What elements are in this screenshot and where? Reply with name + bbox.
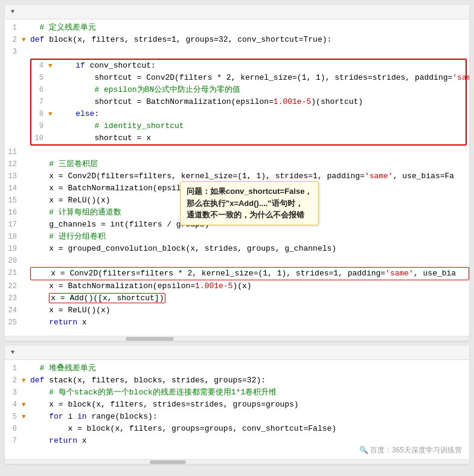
arrow-8: ▼ <box>48 108 57 120</box>
line-num-20: 20 <box>5 255 22 267</box>
code-text-4: if conv_shortcut: <box>57 60 466 72</box>
code-line-11: 11 <box>5 146 469 158</box>
code-text-25: return x <box>30 317 469 329</box>
line-num-15: 15 <box>5 195 22 207</box>
code-content-2: 1 # 堆叠残差单元 2 ▼ def stack(x, filters, blo… <box>5 360 469 459</box>
code-text-p2-4: x = block(x, filters, strides=strides, g… <box>30 399 469 411</box>
code-panel-1: ▼ 1 # 定义残差单元 2 ▼ def block(x, filters, s… <box>5 5 469 341</box>
collapse-arrow-1[interactable]: ▼ <box>11 8 14 15</box>
code-line-5: 5 shortcut = Conv2D(filters * 2, kernel_… <box>31 72 466 84</box>
code-text-13: x = Conv2D(filters=filters, kernel_size=… <box>30 170 469 182</box>
code-text-10: shortcut = x <box>57 132 466 144</box>
code-text-p2-5: for i in range(blocks): <box>30 411 469 423</box>
line-num-6: 6 <box>31 84 48 96</box>
arrow-p2-4: ▼ <box>22 399 30 411</box>
code-line-10: 10 shortcut = x <box>31 132 466 144</box>
line-num-p2-4: 4 <box>5 399 22 411</box>
code-line-p2-3: 3 # 每个stack的第一个block的残差连接都需要使用1*1卷积升维 <box>5 387 469 399</box>
line-num-p2-3: 3 <box>5 387 22 399</box>
line-num-10: 10 <box>31 132 48 144</box>
code-line-p2-1: 1 # 堆叠残差单元 <box>5 362 469 375</box>
scrollbar-1[interactable] <box>5 336 469 341</box>
code-line-8: 8 ▼ else: <box>31 108 466 120</box>
panel-header-1: ▼ <box>5 5 469 19</box>
code-line-p2-2: 2 ▼ def stack(x, filters, blocks, stride… <box>5 375 469 387</box>
code-line-24: 24 x = ReLU()(x) <box>5 304 469 317</box>
code-line-20: 20 <box>5 255 469 267</box>
line-num-11: 11 <box>5 146 22 158</box>
code-line-12: 12 # 三层卷积层 <box>5 158 469 170</box>
code-line-19: 19 x = grouped_convolution_block(x, stri… <box>5 243 469 255</box>
scrollbar-thumb-2[interactable] <box>150 460 186 464</box>
code-text-1: # 定义残差单元 <box>30 22 469 34</box>
line-num-19: 19 <box>5 243 22 255</box>
code-line-21: 21 x = Conv2D(filters=filters * 2, kerne… <box>5 267 469 280</box>
code-text-21: x = Conv2D(filters=filters * 2, kernel_s… <box>30 267 469 280</box>
line-num-p2-7: 7 <box>5 435 22 447</box>
line-num-4: 4 <box>31 60 48 72</box>
code-line-9: 9 # identity_shortcut <box>31 120 466 132</box>
line-num-18: 18 <box>5 231 22 243</box>
line-num-7: 7 <box>31 96 48 108</box>
code-line-2: 2 ▼ def block(x, filters, strides=1, gro… <box>5 34 469 46</box>
code-text-2: def block(x, filters, strides=1, groups=… <box>30 34 469 46</box>
line-num-13: 13 <box>5 170 22 182</box>
line-num-p2-1: 1 <box>5 362 22 375</box>
code-text-22: x = BatchNormalization(epsilon=1.001e-5)… <box>30 280 469 292</box>
line-num-2: 2 <box>5 34 22 46</box>
code-line-p2-5: 5 ▼ for i in range(blocks): <box>5 411 469 423</box>
code-line-22: 22 x = BatchNormalization(epsilon=1.001e… <box>5 280 469 292</box>
line-num-5: 5 <box>31 72 48 84</box>
line-num-22: 22 <box>5 280 22 292</box>
code-line-25: 25 return x <box>5 317 469 329</box>
code-text-18: # 进行分组卷积 <box>30 231 469 243</box>
code-line-18: 18 # 进行分组卷积 <box>5 231 469 243</box>
code-text-12: # 三层卷积层 <box>30 158 469 170</box>
code-line-7: 7 shortcut = BatchNormalization(epsilon=… <box>31 96 466 108</box>
line-num-12: 12 <box>5 158 22 170</box>
code-line-p2-6: 6 x = block(x, filters, groups=groups, c… <box>5 423 469 435</box>
code-line-1: 1 # 定义残差单元 <box>5 22 469 34</box>
red-box-if-else: 4 ▼ if conv_shortcut: 5 shortcut = Conv2… <box>30 59 467 146</box>
code-content-1: 1 # 定义残差单元 2 ▼ def block(x, filters, str… <box>5 19 469 336</box>
code-text-9: # identity_shortcut <box>57 120 466 132</box>
line-num-24: 24 <box>5 304 22 317</box>
line-num-23: 23 <box>5 292 22 304</box>
code-text-p2-6: x = block(x, filters, groups=groups, con… <box>30 423 469 435</box>
line-num-8: 8 <box>31 108 48 120</box>
code-text-p2-1: # 堆叠残差单元 <box>30 362 469 375</box>
code-line-3: 3 <box>5 46 469 58</box>
scrollbar-thumb-1[interactable] <box>126 337 174 341</box>
code-text-19: x = grouped_convolution_block(x, strides… <box>30 243 469 255</box>
code-text-p2-2: def stack(x, filters, blocks, strides, g… <box>30 375 469 387</box>
line-num-3: 3 <box>5 46 22 58</box>
scrollbar-2[interactable] <box>5 459 469 464</box>
annotation-bubble: 问题：如果conv_shortcut=False， 那么在执行"x=Add().… <box>180 181 319 225</box>
code-text-6: # epsilon为BN公式中防止分母为零的值 <box>57 84 466 96</box>
panel-header-2: ▼ <box>5 346 469 360</box>
arrow-2: ▼ <box>22 34 30 46</box>
arrow-4: ▼ <box>48 60 57 72</box>
line-num-17: 17 <box>5 219 22 231</box>
code-line-4: 4 ▼ if conv_shortcut: <box>31 60 466 72</box>
line-num-p2-2: 2 <box>5 375 22 387</box>
code-text-5: shortcut = Conv2D(filters * 2, kernel_si… <box>57 72 469 84</box>
code-panel-2: ▼ 1 # 堆叠残差单元 2 ▼ def stack(x, filters, b… <box>5 346 469 464</box>
line-num-9: 9 <box>31 120 48 132</box>
collapse-arrow-2[interactable]: ▼ <box>11 349 14 356</box>
line-num-21: 21 <box>5 267 22 279</box>
line-num-p2-6: 6 <box>5 423 22 435</box>
watermark: 🔍 百度：365天深度学习训练营 <box>359 445 462 455</box>
line-num-14: 14 <box>5 182 22 195</box>
line-num-25: 25 <box>5 317 22 329</box>
code-text-23: x = Add()([x, shortcut]) <box>30 292 469 304</box>
line-num-p2-5: 5 <box>5 411 22 423</box>
code-text-p2-3: # 每个stack的第一个block的残差连接都需要使用1*1卷积升维 <box>30 387 469 399</box>
code-line-6: 6 # epsilon为BN公式中防止分母为零的值 <box>31 84 466 96</box>
code-line-23: 23 x = Add()([x, shortcut]) <box>5 292 469 304</box>
code-text-8: else: <box>57 108 466 120</box>
arrow-p2-5: ▼ <box>22 411 30 423</box>
code-line-p2-4: 4 ▼ x = block(x, filters, strides=stride… <box>5 399 469 411</box>
code-line-13: 13 x = Conv2D(filters=filters, kernel_si… <box>5 170 469 182</box>
code-text-7: shortcut = BatchNormalization(epsilon=1.… <box>57 96 466 108</box>
